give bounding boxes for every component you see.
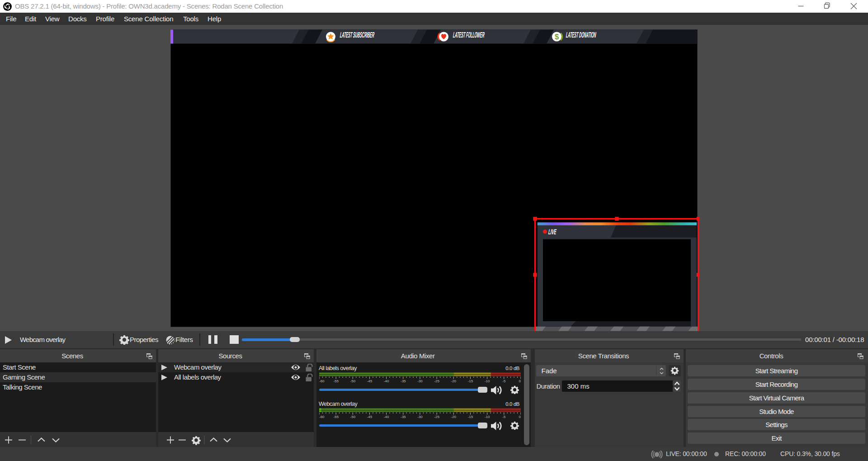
svg-text:LIVE: LIVE [548, 227, 557, 236]
svg-text:-5: -5 [502, 379, 506, 383]
svg-text:-35: -35 [401, 379, 406, 383]
svg-text:-30: -30 [417, 415, 423, 419]
svg-text:-55: -55 [333, 379, 339, 383]
svg-text:-60: -60 [319, 415, 325, 419]
svg-text:-55: -55 [333, 415, 339, 419]
svg-text:-45: -45 [367, 415, 372, 419]
svg-text:$: $ [555, 33, 559, 41]
svg-text:-20: -20 [451, 415, 456, 419]
svg-text:-45: -45 [367, 379, 372, 383]
svg-text:LATEST DONATION: LATEST DONATION [566, 30, 597, 39]
svg-text:LATEST FOLLOWER: LATEST FOLLOWER [453, 30, 485, 39]
svg-text:0: 0 [519, 379, 521, 383]
svg-text:-25: -25 [434, 415, 439, 419]
svg-text:-25: -25 [434, 379, 439, 383]
svg-text:-60: -60 [319, 379, 325, 383]
svg-text:-35: -35 [401, 415, 406, 419]
svg-text:-40: -40 [383, 379, 389, 383]
svg-text:-10: -10 [484, 379, 490, 383]
svg-text:-30: -30 [417, 379, 423, 383]
svg-text:-5: -5 [502, 415, 506, 419]
svg-text:-50: -50 [350, 415, 355, 419]
svg-text:-15: -15 [467, 379, 473, 383]
svg-text:-15: -15 [467, 415, 473, 419]
svg-text:-10: -10 [484, 415, 490, 419]
svg-text:LATEST SUBSCRIBER: LATEST SUBSCRIBER [340, 30, 375, 39]
svg-text:-50: -50 [350, 379, 355, 383]
svg-text:0: 0 [519, 415, 521, 419]
svg-text:-20: -20 [451, 379, 456, 383]
svg-text:-40: -40 [383, 415, 389, 419]
